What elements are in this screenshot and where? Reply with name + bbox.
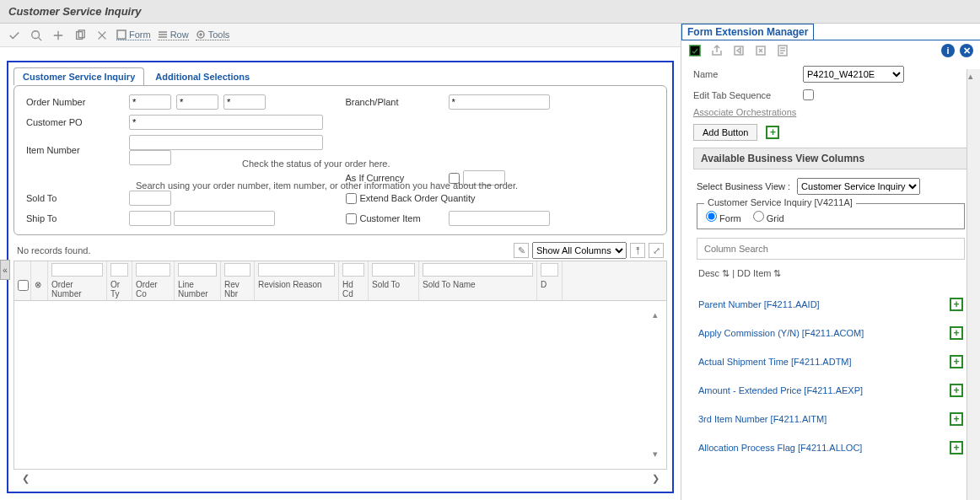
customer-item-input[interactable] (449, 211, 550, 226)
info-icon[interactable]: i (941, 44, 955, 57)
item-number-input[interactable] (129, 135, 323, 150)
filter-sold-to[interactable] (372, 263, 415, 277)
col-apply-commission[interactable]: Apply Commission (Y/N) [F4211.ACOM] (698, 328, 864, 338)
revert-icon[interactable] (754, 44, 767, 57)
grid-scroll-up-icon[interactable]: ▴ (653, 309, 665, 321)
col-sold-to[interactable]: Sold To (369, 278, 419, 300)
add-button-plus-icon[interactable]: + (766, 126, 779, 139)
grid-customize-icon[interactable]: ✎ (514, 243, 529, 258)
radio-grid[interactable]: Grid (753, 211, 784, 223)
associate-orchestrations-link[interactable]: Associate Orchestrations (693, 107, 796, 117)
column-search-input[interactable] (697, 244, 964, 254)
order-number-input-2[interactable] (176, 94, 218, 110)
add-col-1-icon[interactable]: + (950, 326, 963, 340)
order-number-input-3[interactable] (223, 94, 266, 110)
edit-tab-sequence-checkbox[interactable] (803, 89, 814, 100)
name-select[interactable]: P4210_W4210E (803, 66, 904, 83)
scroll-up-icon[interactable]: ▴ (968, 71, 980, 83)
tab-customer-service-inquiry[interactable]: Customer Service Inquiry (13, 67, 144, 85)
branch-plant-input[interactable] (449, 94, 550, 110)
edit-tab-sequence-label: Edit Tab Sequence (693, 90, 794, 100)
order-number-label: Order Number (26, 97, 119, 107)
tab-additional-selections[interactable]: Additional Selections (146, 67, 259, 85)
col-hd-cd[interactable]: Hd Cd (339, 278, 369, 300)
col-order-number[interactable]: Order Number (48, 278, 107, 300)
copy-icon[interactable] (73, 28, 88, 43)
select-all-checkbox[interactable] (18, 280, 29, 291)
branch-plant-label: Branch/Plant (346, 97, 439, 107)
ship-to-extra[interactable] (174, 211, 275, 226)
customer-po-input[interactable] (129, 115, 323, 130)
row-menu[interactable]: Row (158, 30, 189, 40)
view-target-legend: Customer Service Inquiry [V4211A] (704, 197, 856, 207)
right-scrollbar[interactable]: ▴ (967, 69, 980, 500)
filter-or-ty[interactable] (110, 263, 128, 277)
share-icon[interactable] (710, 44, 724, 57)
col-actual-shipment-time[interactable]: Actual Shipment Time [F4211.ADTM] (698, 357, 852, 367)
filter-revision-reason[interactable] (258, 263, 335, 277)
export-icon[interactable]: ⭱ (630, 243, 645, 258)
radio-form[interactable]: Form (706, 211, 741, 223)
fem-title: Form Extension Manager (681, 24, 814, 40)
filter-line-number[interactable] (178, 263, 217, 277)
row-action-header: ⊗ (31, 278, 48, 300)
col-or-ty[interactable]: Or Ty (107, 278, 132, 300)
page-title: Customer Service Inquiry (0, 0, 980, 24)
collapse-left-handle[interactable]: « (0, 260, 10, 280)
col-allocation-process-flag[interactable]: Allocation Process Flag [F4211.ALLOC] (698, 443, 862, 453)
grid-expand-icon[interactable]: ⤢ (649, 243, 664, 258)
as-if-currency-input[interactable] (463, 170, 505, 185)
filter-hd-cd[interactable] (342, 263, 364, 277)
col-parent-number[interactable]: Parent Number [F4211.AAID] (698, 299, 820, 309)
form-menu[interactable]: Form (116, 30, 151, 40)
add-col-4-icon[interactable]: + (950, 412, 963, 426)
filter-order-number[interactable] (51, 263, 103, 277)
grid-scroll-down-icon[interactable]: ▾ (653, 449, 665, 460)
sold-to-label: Sold To (26, 193, 119, 203)
add-col-0-icon[interactable]: + (950, 298, 963, 311)
filter-d[interactable] (541, 263, 558, 277)
reserve-icon[interactable] (732, 44, 746, 57)
customer-item-checkbox[interactable] (346, 213, 357, 224)
filter-sold-to-name[interactable] (423, 263, 533, 277)
show-columns-select[interactable]: Show All Columns (532, 242, 627, 259)
add-icon[interactable] (51, 28, 66, 43)
available-columns-header: Available Business View Columns (693, 148, 968, 169)
main-toolbar: Form Row Tools (0, 24, 681, 47)
add-col-5-icon[interactable]: + (950, 441, 963, 454)
col-order-co[interactable]: Order Co (132, 278, 175, 300)
col-rev-nbr[interactable]: Rev Nbr (221, 278, 255, 300)
col-amount-extended-price[interactable]: Amount - Extended Price [F4211.AEXP] (698, 385, 863, 395)
save-icon[interactable] (688, 44, 702, 57)
grid-scroll-left-icon[interactable]: ❮ (19, 471, 32, 485)
extend-back-order-checkbox[interactable] (346, 193, 357, 204)
as-if-currency-checkbox[interactable] (449, 173, 460, 184)
delete-icon[interactable] (94, 28, 110, 43)
find-icon[interactable] (29, 28, 44, 43)
notes-icon[interactable] (776, 44, 789, 57)
col-revision-reason[interactable]: Revision Reason (255, 278, 339, 300)
item-number-extra[interactable] (129, 150, 171, 165)
grid-status-text: No records found. (17, 245, 90, 255)
ok-icon[interactable] (7, 28, 22, 43)
add-col-2-icon[interactable]: + (950, 355, 963, 368)
col-sold-to-name[interactable]: Sold To Name (419, 278, 537, 300)
svg-point-0 (32, 30, 40, 38)
col-d[interactable]: D (537, 278, 563, 300)
column-sort-header[interactable]: Desc ⇅ | DD Item ⇅ (693, 265, 968, 282)
tools-menu[interactable]: Tools (196, 30, 230, 40)
add-col-3-icon[interactable]: + (950, 384, 963, 397)
filter-rev-nbr[interactable] (224, 263, 250, 277)
close-icon[interactable]: ✕ (960, 44, 973, 57)
add-button[interactable]: Add Button (693, 124, 757, 141)
ship-to-label: Ship To (26, 213, 119, 223)
col-3rd-item-number[interactable]: 3rd Item Number [F4211.AITM] (698, 414, 827, 424)
col-line-number[interactable]: Line Number (175, 278, 221, 300)
ship-to-input[interactable] (129, 211, 171, 226)
order-number-input-1[interactable] (129, 94, 171, 110)
customer-item-label: Customer Item (360, 213, 421, 223)
sold-to-input[interactable] (129, 191, 171, 206)
select-business-view-select[interactable]: Customer Service Inquiry (797, 178, 920, 195)
grid-scroll-right-icon[interactable]: ❯ (649, 471, 662, 485)
filter-order-co[interactable] (136, 263, 170, 277)
